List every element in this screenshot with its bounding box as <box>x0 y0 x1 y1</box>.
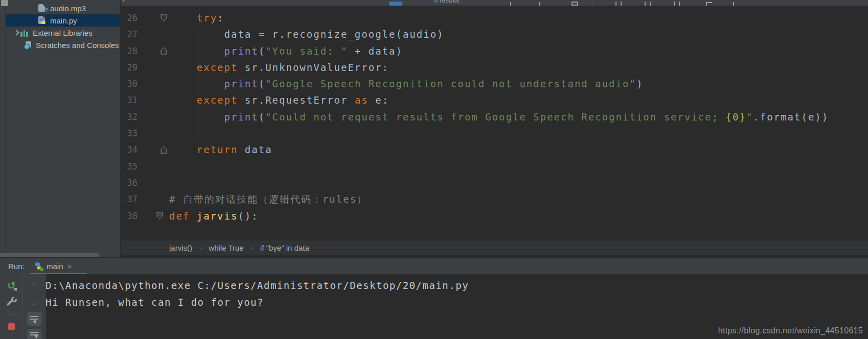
running-status-dot <box>39 267 44 272</box>
line-number[interactable]: 32 <box>121 109 138 125</box>
code-line[interactable]: except sr.UnknownValueError: <box>169 59 829 76</box>
code-line[interactable]: print("Google Speech Recognition could n… <box>169 76 829 92</box>
line-number[interactable]: 27 <box>121 26 138 42</box>
code-token: e: <box>369 94 389 106</box>
run-tab-main[interactable]: main × <box>32 258 75 275</box>
find-toolbar: ‹ 0 results <box>121 0 868 6</box>
chevron-right-icon[interactable] <box>13 30 19 36</box>
find-toggle-icon[interactable] <box>733 2 734 6</box>
code-line[interactable]: print("You said: " + data) <box>169 43 829 59</box>
rerun-icon[interactable] <box>4 278 18 293</box>
find-toggle-icon[interactable] <box>674 2 680 6</box>
audio-file-icon: ? <box>38 4 47 12</box>
code-token: print <box>224 111 259 123</box>
tree-item-label: Scratches and Consoles <box>36 41 119 50</box>
breadcrumb: jarvis()›while True›if "bye" in data <box>121 240 868 255</box>
code-line[interactable] <box>169 125 829 141</box>
line-number[interactable]: 37 <box>121 191 138 207</box>
breadcrumb-item[interactable]: while True <box>209 244 243 252</box>
tool-window-button-icon[interactable] <box>1 0 8 6</box>
find-toggle-icon[interactable] <box>706 2 712 6</box>
code-token: data <box>238 144 272 155</box>
code-token: as <box>355 94 369 106</box>
code-line[interactable]: except sr.RequestError as e: <box>169 92 829 108</box>
code-line[interactable]: data = r.recognize_google(audio) <box>169 26 829 42</box>
code-line[interactable] <box>169 175 829 191</box>
line-number[interactable]: 35 <box>121 158 138 175</box>
editor-area: ‹ 0 results 26272829303132333435363738 t… <box>121 0 868 257</box>
breadcrumb-item[interactable]: jarvis() <box>169 244 192 252</box>
line-number[interactable]: 28 <box>121 43 138 59</box>
up-arrow-icon[interactable] <box>27 278 41 293</box>
code-token: "Google Speech Recognition could not und… <box>265 78 636 89</box>
run-tool-window: Run: main × <box>0 257 868 339</box>
run-tab-label: main <box>47 262 63 271</box>
code-line[interactable]: def jarvis(): <box>169 208 829 224</box>
tree-item-main-py[interactable]: main.py <box>6 14 120 27</box>
code-line[interactable]: # 自带的对话技能（逻辑代码：rules） <box>169 191 829 207</box>
code-lines: try: data = r.recognize_google(audio) pr… <box>169 10 829 224</box>
code-token <box>190 210 196 222</box>
line-number[interactable]: 30 <box>121 76 138 92</box>
line-number[interactable]: 38 <box>121 208 138 224</box>
code-token: (): <box>238 210 258 222</box>
tree-item-label: audio.mp3 <box>50 4 86 13</box>
console-toolbar <box>23 274 45 339</box>
project-panel: ? audio.mp3 main.py External Libraries S… <box>6 0 120 257</box>
pycharm-window: ? audio.mp3 main.py External Libraries S… <box>0 0 868 339</box>
fold-marker-icon[interactable] <box>161 47 167 55</box>
collapse-chevron-icon[interactable]: ‹ <box>123 0 125 4</box>
code-token: : <box>217 12 224 23</box>
tree-item-audio-mp3[interactable]: ? audio.mp3 <box>6 2 120 14</box>
breadcrumb-separator-icon: › <box>199 244 201 252</box>
horizontal-scrollbar[interactable] <box>0 253 99 257</box>
code-token: print <box>224 45 259 57</box>
console-line: D:\Anaconda\python.exe C:/Users/Administ… <box>45 277 868 294</box>
line-number[interactable]: 33 <box>121 125 138 141</box>
prev-occurrence-icon[interactable] <box>510 2 511 6</box>
fold-marker-icon[interactable] <box>161 146 167 154</box>
stop-icon[interactable] <box>4 319 18 333</box>
code-token: ) <box>636 78 643 89</box>
breadcrumb-separator-icon: › <box>251 244 253 252</box>
code-token <box>169 45 224 57</box>
code-line[interactable]: return data <box>169 141 829 158</box>
line-number[interactable]: 26 <box>121 10 138 26</box>
code-line[interactable]: print("Could not request results from Go… <box>169 109 829 125</box>
code-line[interactable]: try: <box>169 10 829 26</box>
code-token: def <box>169 210 190 222</box>
code-token: "You said: " <box>265 45 348 57</box>
code-token: ( <box>259 45 265 57</box>
breadcrumb-item[interactable]: if "bye" in data <box>260 244 309 252</box>
close-tab-icon[interactable]: × <box>67 262 72 271</box>
settings-wrench-icon[interactable] <box>4 295 18 309</box>
code-token <box>169 144 197 155</box>
code-token: try <box>197 12 217 23</box>
code-token: except <box>197 62 238 73</box>
scroll-to-end-icon[interactable] <box>27 329 41 339</box>
tree-item-external-libraries[interactable]: External Libraries <box>6 27 120 39</box>
code-token: ( <box>259 111 265 123</box>
code-line[interactable] <box>169 158 829 175</box>
find-in-selection-icon[interactable] <box>572 2 578 6</box>
python-run-icon <box>35 262 42 270</box>
soft-wrap-icon[interactable] <box>27 312 41 326</box>
find-toggle-icon[interactable] <box>615 2 622 6</box>
code-token <box>169 78 224 89</box>
fold-marker-icon[interactable] <box>156 212 163 220</box>
down-arrow-icon[interactable] <box>27 295 41 309</box>
tree-item-scratches[interactable]: Scratches and Consoles <box>6 39 120 51</box>
fold-marker-icon[interactable] <box>161 14 167 22</box>
line-number[interactable]: 36 <box>121 175 138 191</box>
code-token: data = r.recognize_google(audio) <box>169 29 444 40</box>
find-toggle-icon[interactable] <box>645 2 651 6</box>
line-number[interactable]: 31 <box>121 92 138 108</box>
next-occurrence-icon[interactable] <box>539 2 540 6</box>
find-results-count: 0 results <box>434 0 459 4</box>
code-token <box>169 94 197 106</box>
code-token: print <box>224 78 259 89</box>
find-option-button[interactable] <box>389 2 402 6</box>
line-number[interactable]: 34 <box>121 141 138 158</box>
line-number[interactable]: 29 <box>121 59 138 76</box>
console-line: Hi Runsen, what can I do for you? <box>45 294 868 311</box>
